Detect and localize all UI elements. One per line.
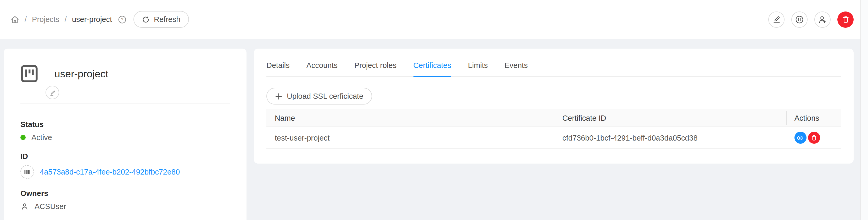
delete-project-button[interactable] [837, 11, 854, 28]
refresh-label: Refresh [154, 15, 181, 24]
column-header-name: Name [267, 109, 554, 127]
svg-text:?: ? [121, 17, 124, 22]
status-label: Status [21, 120, 230, 129]
top-bar: / Projects / user-project ? Refresh [0, 0, 868, 39]
tab-certificates[interactable]: Certificates [413, 61, 451, 76]
upload-ssl-certificate-button[interactable]: Upload SSL cerficicate [267, 88, 372, 105]
column-header-certificate-id: Certificate ID [554, 109, 786, 127]
edit-icon [49, 89, 56, 96]
delete-certificate-button[interactable] [808, 132, 820, 144]
edit-resource-icon-button[interactable] [45, 86, 59, 99]
cell-certificate-name: test-user-project [267, 127, 554, 149]
trash-icon [841, 15, 850, 24]
tab-accounts[interactable]: Accounts [306, 61, 338, 76]
suspend-project-button[interactable] [791, 11, 808, 28]
breadcrumb-separator: / [65, 15, 67, 24]
page-content: user-project Status Active ID [0, 39, 868, 220]
user-add-icon [818, 15, 827, 24]
help-icon[interactable]: ? [118, 15, 127, 24]
pause-circle-icon [795, 15, 804, 24]
owners-label: Owners [21, 189, 230, 197]
cell-certificate-id: cfd736b0-1bcf-4291-beff-d0a3da05cd38 [554, 127, 786, 149]
status-dot-icon [21, 135, 26, 140]
edit-icon [772, 15, 781, 24]
owner-value: ACSUser [35, 202, 66, 211]
tab-events[interactable]: Events [504, 61, 528, 76]
refresh-button[interactable]: Refresh [133, 11, 189, 28]
id-value-row: 4a573a8d-c17a-4fee-b202-492bfbc72e80 [21, 165, 230, 179]
home-icon[interactable] [10, 15, 19, 24]
vertical-scrollbar[interactable] [860, 0, 868, 220]
breadcrumb-current-page: user-project [72, 15, 112, 24]
refresh-icon [142, 15, 150, 23]
breadcrumb-projects-link[interactable]: Projects [32, 15, 59, 24]
project-id-link[interactable]: 4a573a8d-c17a-4fee-b202-492bfbc72e80 [40, 168, 180, 176]
status-value: Active [31, 133, 52, 142]
tab-limits[interactable]: Limits [468, 61, 488, 76]
user-icon [21, 202, 29, 211]
status-value-row: Active [21, 133, 230, 142]
certificates-table: Name Certificate ID Actions test-user-pr… [267, 109, 841, 149]
plus-icon [275, 93, 282, 100]
resource-header: user-project [21, 65, 230, 82]
owner-value-row: ACSUser [21, 202, 230, 211]
table-row: test-user-project cfd736b0-1bcf-4291-bef… [267, 127, 841, 149]
breadcrumb-separator: / [25, 15, 27, 24]
edit-project-button[interactable] [768, 11, 784, 28]
project-detail-card: Details Accounts Project roles Certifica… [254, 48, 854, 163]
divider [21, 103, 230, 104]
eye-icon [797, 134, 804, 141]
project-icon [21, 65, 38, 82]
view-certificate-button[interactable] [795, 132, 806, 144]
tab-details[interactable]: Details [267, 61, 290, 76]
app-window: / Projects / user-project ? Refresh [0, 0, 868, 220]
table-header-row: Name Certificate ID Actions [267, 109, 841, 127]
project-actions [768, 11, 854, 28]
trash-icon [811, 134, 817, 141]
breadcrumb: / Projects / user-project ? [10, 15, 127, 24]
add-account-button[interactable] [814, 11, 831, 28]
column-header-actions: Actions [786, 109, 841, 127]
tab-bar: Details Accounts Project roles Certifica… [267, 61, 841, 77]
project-name: user-project [55, 68, 108, 80]
id-label: ID [21, 152, 230, 160]
tab-project-roles[interactable]: Project roles [354, 61, 397, 76]
project-info-card: user-project Status Active ID [4, 48, 247, 220]
row-actions [795, 132, 833, 144]
barcode-icon [21, 165, 34, 179]
upload-ssl-certificate-label: Upload SSL cerficicate [287, 92, 363, 100]
